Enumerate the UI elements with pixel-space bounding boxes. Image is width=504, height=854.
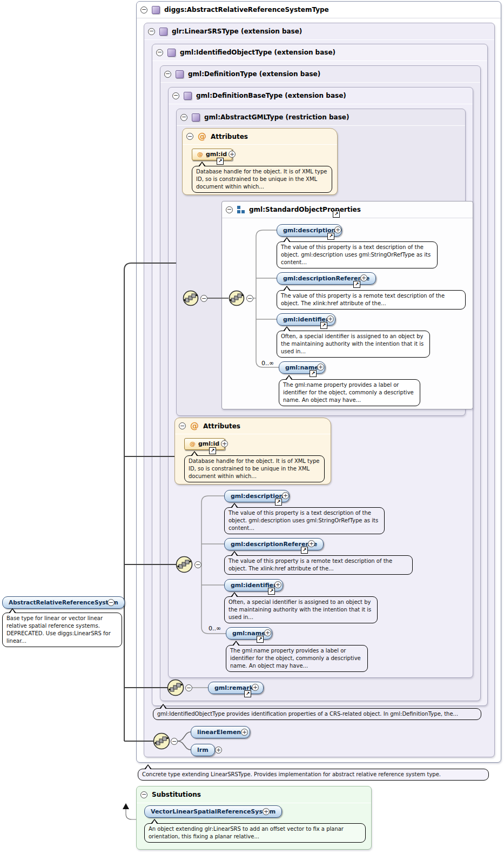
type-label: gml:DefinitionBaseType (extension base)	[196, 92, 346, 99]
expand-icon[interactable]: +	[317, 364, 324, 371]
element-abstractrelativereferencesystem[interactable]: AbstractRelativeReferenceSystem	[2, 596, 125, 609]
goto-definition-icon[interactable]: ↗	[301, 547, 308, 554]
collapse-icon[interactable]: −	[164, 71, 171, 78]
occurrence-label: 0..∞	[209, 625, 221, 632]
collapse-icon[interactable]: −	[107, 599, 115, 606]
annotation-bubble: The gml:name property provides a label o…	[279, 379, 420, 406]
collapse-icon[interactable]: −	[186, 133, 193, 140]
annotation-bubble: The value of this property is a text des…	[224, 507, 385, 534]
collapse-icon[interactable]: −	[246, 295, 253, 302]
annotation-bubble: Concrete type extending LinearSRSType. P…	[138, 769, 489, 781]
expand-icon[interactable]: +	[229, 151, 236, 158]
expand-icon[interactable]: +	[282, 492, 289, 499]
annotation-bubble: The value of this property is a remote t…	[277, 290, 466, 310]
complex-type-icon	[152, 6, 160, 14]
sequence-icon[interactable]	[183, 290, 199, 306]
sequence-icon[interactable]	[176, 556, 193, 573]
attributes-title: Attributes	[203, 422, 240, 430]
type-label: gml:DefinitionType (extension base)	[188, 70, 320, 78]
expand-icon[interactable]: +	[308, 540, 315, 547]
annotation-bubble: Database handle for the object. It is of…	[184, 455, 325, 482]
goto-definition-icon[interactable]: ↗	[320, 322, 327, 329]
collapse-icon[interactable]: −	[180, 114, 187, 121]
complex-type-icon	[184, 92, 192, 100]
expand-icon[interactable]: +	[264, 629, 271, 636]
type-label: gml:AbstractGMLType (restriction base)	[204, 113, 349, 121]
collapse-icon[interactable]: −	[194, 561, 201, 568]
collapse-icon[interactable]: −	[140, 6, 147, 14]
attribute-gml-id[interactable]: @ gml:id	[184, 438, 225, 450]
collapse-icon[interactable]: −	[200, 295, 207, 302]
expand-icon[interactable]: +	[215, 747, 222, 754]
annotation-bubble: The value of this property is a remote t…	[224, 555, 413, 575]
attribute-gml-id[interactable]: @ gml:id	[192, 149, 232, 160]
annotation-bubble: Often, a special identifier is assigned …	[224, 596, 378, 623]
collapse-icon[interactable]: −	[148, 28, 155, 35]
expand-icon[interactable]: +	[221, 440, 228, 447]
collapse-icon[interactable]: −	[171, 738, 178, 745]
sequence-icon[interactable]	[229, 290, 245, 306]
goto-definition-icon[interactable]: ↗	[217, 158, 224, 165]
annotation-bubble: gml:IdentifiedObjectType provides identi…	[153, 708, 481, 720]
goto-definition-icon[interactable]: ↗	[310, 370, 317, 377]
sequence-icon[interactable]	[153, 732, 170, 750]
attribute-icon: @	[190, 439, 196, 449]
attribute-icon: @	[190, 421, 199, 431]
occurrence-label: 0..∞	[261, 360, 274, 367]
schema-diagram: − diggs:AbstractRelativeReferenceSystemT…	[0, 0, 504, 854]
goto-definition-icon[interactable]: ↗	[244, 690, 251, 697]
collapse-icon[interactable]: −	[185, 684, 192, 691]
goto-definition-icon[interactable]: ↗	[327, 233, 334, 240]
goto-definition-icon[interactable]: ↗	[353, 281, 360, 288]
goto-definition-icon[interactable]: ↗	[257, 636, 264, 643]
collapse-icon[interactable]: −	[172, 92, 179, 99]
sequence-icon[interactable]	[167, 679, 184, 696]
annotation-bubble: Database handle for the object. It is of…	[192, 166, 332, 193]
attribute-icon: @	[197, 149, 203, 160]
annotation-bubble: An object extending glr:LinearSRS to add…	[144, 823, 366, 843]
group-title: gml:StandardObjectProperties	[249, 206, 361, 213]
attribute-icon: @	[198, 131, 206, 142]
substitutions-title: Substitutions	[152, 791, 201, 798]
type-label: diggs:AbstractRelativeReferenceSystemTyp…	[164, 6, 329, 14]
element-lrm[interactable]: lrm	[191, 744, 215, 756]
complex-type-icon	[159, 28, 167, 36]
complex-type-icon	[176, 70, 184, 78]
expand-icon[interactable]: +	[274, 581, 281, 588]
expand-icon[interactable]: +	[327, 315, 334, 322]
goto-definition-icon[interactable]: ↗	[333, 211, 340, 218]
annotation-bubble: The gml:name property provides a label o…	[226, 645, 368, 672]
goto-definition-icon[interactable]: ↗	[275, 499, 282, 506]
collapse-icon[interactable]: −	[156, 49, 163, 56]
collapse-icon[interactable]: −	[140, 791, 147, 798]
expand-icon[interactable]: +	[252, 684, 259, 691]
goto-definition-icon[interactable]: ↗	[268, 588, 275, 595]
expand-icon[interactable]: +	[263, 808, 270, 815]
collapse-icon[interactable]: −	[179, 422, 186, 429]
annotation-bubble: Base type for linear or vector linear re…	[2, 613, 122, 647]
model-group-icon	[237, 206, 245, 213]
complex-type-icon	[167, 49, 176, 57]
collapse-icon[interactable]: −	[226, 206, 233, 213]
type-label: gml:IdentifiedObjectType (extension base…	[180, 49, 335, 56]
type-label: glr:LinearSRSType (extension base)	[172, 28, 302, 35]
expand-icon[interactable]: +	[241, 729, 248, 736]
complex-type-icon	[192, 113, 200, 122]
annotation-bubble: The value of this property is a text des…	[277, 241, 438, 268]
element-vectorlinearspatialreferencesystem[interactable]: VectorLinearSpatialReferenceSystem	[144, 805, 282, 818]
attributes-title: Attributes	[211, 133, 248, 140]
goto-definition-icon[interactable]: ↗	[209, 447, 216, 454]
expand-icon[interactable]: +	[334, 226, 341, 233]
annotation-bubble: Often, a special identifier is assigned …	[277, 331, 430, 358]
expand-icon[interactable]: +	[360, 274, 367, 281]
